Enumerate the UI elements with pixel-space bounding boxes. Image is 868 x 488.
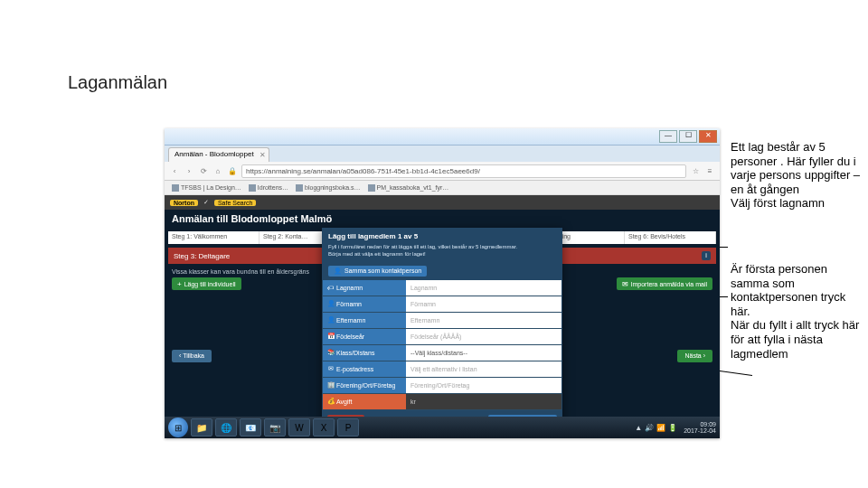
field-label: 🏷Lagnamn bbox=[323, 280, 406, 296]
browser-address-bar: ‹ › ⟳ ⌂ 🔒 https://anmalning.se/anmalan/a… bbox=[165, 162, 720, 181]
field-icon: 🏢 bbox=[327, 381, 334, 389]
url-input[interactable]: https://anmalning.se/anmalan/a05ad086-75… bbox=[241, 164, 686, 178]
taskbar-app-icon[interactable]: 📁 bbox=[191, 418, 212, 436]
slide-title: Laganmälan bbox=[68, 72, 167, 93]
safe-search-badge: Safe Search bbox=[214, 200, 257, 206]
form-row-5: ✉E-postadressVälj ett alternativ i lista… bbox=[323, 361, 561, 378]
annotation-1: Ett lag består av 5 personer . Här fylle… bbox=[731, 140, 862, 211]
page-body: Anmälan till Blodomloppet Malmö Steg 1: … bbox=[165, 210, 720, 438]
taskbar-clock[interactable]: 09:09 2017-12-04 bbox=[684, 421, 716, 434]
bookmarks-bar: TFSBS | La Design… Idrottens… bloggnings… bbox=[165, 181, 720, 195]
field-icon: 👤 bbox=[327, 300, 334, 307]
tray-icon[interactable]: 📶 bbox=[656, 424, 665, 432]
field-label: 💰Avgift bbox=[323, 394, 406, 409]
field-icon: 📅 bbox=[327, 333, 334, 340]
field-icon: 💰 bbox=[327, 398, 334, 405]
form-row-3: 📅FödelseårFödelseår (ÅÅÅÅ) bbox=[323, 329, 561, 345]
window-minimize-button[interactable]: — bbox=[659, 130, 677, 143]
bookmark-item[interactable]: Idrottens… bbox=[249, 184, 288, 192]
field-label: 👤Efternamn bbox=[323, 313, 406, 328]
form-row-0: 🏷LagnamnLagnamn bbox=[323, 280, 561, 296]
nav-forward-icon[interactable]: › bbox=[184, 165, 194, 176]
tab-title: Anmälan - Blodomloppet bbox=[175, 150, 254, 158]
field-input[interactable]: Födelseår (ÅÅÅÅ) bbox=[406, 329, 561, 344]
norton-check-icon: ✓ bbox=[203, 199, 209, 206]
taskbar-app-icon[interactable]: 📷 bbox=[264, 418, 286, 436]
field-input[interactable]: Lagnamn bbox=[406, 280, 561, 296]
field-input[interactable]: kr bbox=[406, 394, 561, 409]
taskbar-app-icon[interactable]: W bbox=[288, 418, 310, 436]
field-label: 📅Födelseår bbox=[323, 329, 406, 344]
field-icon: 👤 bbox=[327, 316, 334, 324]
modal-title: Lägg till lagmedlem 1 av 5 bbox=[323, 229, 561, 244]
bookmark-item[interactable]: PM_kassaboka_vt1_fyr… bbox=[368, 184, 449, 192]
browser-tab[interactable]: Anmälan - Blodomloppet ✕ bbox=[168, 147, 269, 162]
field-input[interactable]: Efternamn bbox=[406, 313, 561, 328]
start-button[interactable]: ⊞ bbox=[168, 418, 188, 437]
tray-icon[interactable]: 🔋 bbox=[668, 424, 677, 432]
nav-reload-icon[interactable]: ⟳ bbox=[198, 165, 209, 176]
norton-toolbar: Norton ✓ Safe Search bbox=[165, 195, 720, 210]
field-input[interactable]: Förening/Ort/Företag bbox=[406, 378, 561, 393]
embedded-screenshot: — ☐ ✕ Anmälan - Blodomloppet ✕ ‹ › ⟳ ⌂ 🔒… bbox=[165, 128, 720, 438]
field-icon: 🏷 bbox=[327, 285, 334, 291]
form-row-2: 👤EfternamnEfternamn bbox=[323, 313, 561, 329]
form-row-6: 🏢Förening/Ort/FöretagFörening/Ort/Företa… bbox=[323, 378, 561, 394]
bookmark-favicon-icon bbox=[296, 184, 303, 192]
annotation-2: Är första personen samma som kontaktpers… bbox=[731, 262, 862, 361]
field-input[interactable]: Välj ett alternativ i listan bbox=[406, 361, 561, 377]
add-team-member-modal: Lägg till lagmedlem 1 av 5 Fyll i formul… bbox=[322, 228, 562, 438]
field-icon: 📚 bbox=[327, 349, 334, 356]
taskbar-app-icon[interactable]: 📧 bbox=[240, 418, 261, 436]
bookmark-favicon-icon bbox=[368, 184, 375, 192]
tray-icon[interactable]: ▲ bbox=[635, 424, 642, 432]
window-close-button[interactable]: ✕ bbox=[699, 130, 717, 143]
nav-back-icon[interactable]: ‹ bbox=[169, 165, 180, 176]
tab-close-icon[interactable]: ✕ bbox=[259, 149, 266, 162]
taskbar-app-icon[interactable]: 🌐 bbox=[215, 418, 237, 436]
bookmark-favicon-icon bbox=[172, 184, 179, 192]
bookmark-star-icon[interactable]: ☆ bbox=[690, 165, 701, 176]
same-as-contact-button[interactable]: 👤Samma som kontaktperson bbox=[328, 266, 427, 277]
bookmark-item[interactable]: bloggningsboka.s… bbox=[296, 184, 361, 192]
bookmark-item[interactable]: TFSBS | La Design… bbox=[172, 184, 241, 192]
info-icon[interactable]: i bbox=[702, 251, 711, 260]
chrome-menu-icon[interactable]: ≡ bbox=[704, 167, 715, 175]
form-row-1: 👤FörnamnFörnamn bbox=[323, 296, 561, 313]
norton-logo: Norton bbox=[170, 200, 198, 206]
step-1[interactable]: Steg 1: Välkommen bbox=[168, 231, 259, 244]
modal-backdrop: Lägg till lagmedlem 1 av 5 Fyll i formul… bbox=[165, 271, 720, 438]
browser-tab-strip: Anmälan - Blodomloppet ✕ bbox=[165, 145, 720, 162]
form-row-7: 💰Avgiftkr bbox=[323, 394, 561, 410]
system-tray: ▲🔊📶🔋 09:09 2017-12-04 bbox=[635, 421, 716, 434]
field-label: 🏢Förening/Ort/Företag bbox=[323, 378, 406, 393]
field-icon: ✉ bbox=[327, 365, 334, 372]
window-maximize-button[interactable]: ☐ bbox=[679, 130, 697, 143]
taskbar-app-icon[interactable]: P bbox=[337, 418, 359, 436]
taskbar-app-icon[interactable]: X bbox=[313, 418, 335, 436]
step-6[interactable]: Steg 6: Bevis/Hotels bbox=[625, 231, 716, 244]
window-title-bar: — ☐ ✕ bbox=[165, 128, 720, 145]
field-input[interactable]: --Välj klass/distans-- bbox=[406, 345, 561, 361]
windows-taskbar: ⊞ 📁🌐📧📷WXP ▲🔊📶🔋 09:09 2017-12-04 bbox=[165, 417, 720, 438]
bookmark-favicon-icon bbox=[249, 184, 256, 192]
field-input[interactable]: Förnamn bbox=[406, 296, 561, 312]
modal-subtitle: Fyll i formuläret nedan för att lägga ti… bbox=[323, 244, 561, 262]
lock-icon: 🔒 bbox=[227, 165, 238, 176]
page-title: Anmälan till Blodomloppet Malmö bbox=[172, 213, 712, 224]
nav-home-icon[interactable]: ⌂ bbox=[212, 165, 223, 176]
field-label: 📚Klass/Distans bbox=[323, 345, 406, 361]
tray-icon[interactable]: 🔊 bbox=[645, 424, 654, 432]
person-icon: 👤 bbox=[334, 267, 342, 275]
field-label: ✉E-postadress bbox=[323, 361, 406, 377]
field-label: 👤Förnamn bbox=[323, 296, 406, 312]
form-row-4: 📚Klass/Distans--Välj klass/distans-- bbox=[323, 345, 561, 361]
